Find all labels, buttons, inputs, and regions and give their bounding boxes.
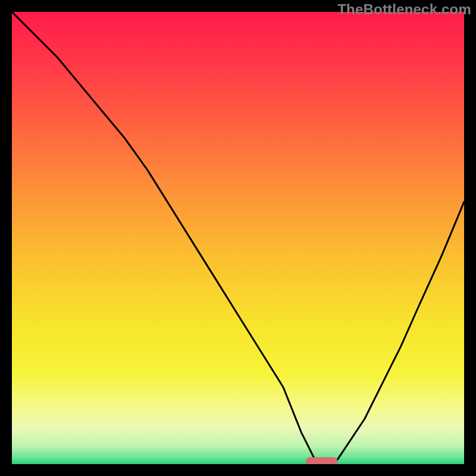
chart-stage: TheBottleneck.com (0, 0, 476, 476)
watermark-text: TheBottleneck.com (337, 1, 471, 18)
plot-background (12, 12, 464, 464)
bottleneck-chart (0, 0, 476, 476)
